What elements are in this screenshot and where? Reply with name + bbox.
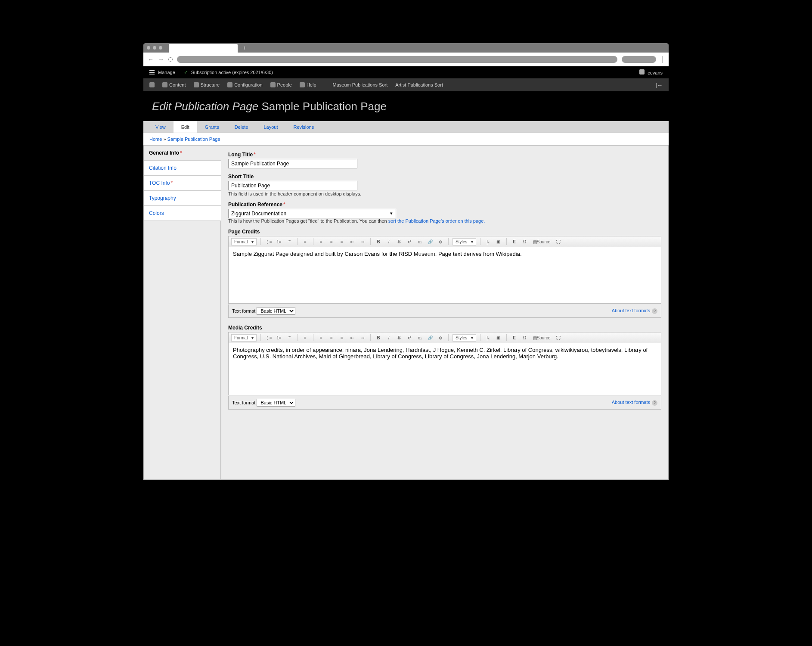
align-justify-icon[interactable]: ≡ [301, 238, 309, 245]
reload-button[interactable] [168, 57, 173, 62]
vtab-citation-info[interactable]: Citation Info [144, 161, 221, 176]
long-title-label: Long Title* [228, 152, 661, 158]
breadcrumb-current[interactable]: Sample Publication Page [167, 137, 220, 142]
manage-link[interactable]: Manage [158, 70, 175, 75]
pub-ref-select[interactable]: Ziggurat Documentation [228, 209, 396, 218]
superscript-icon[interactable]: x² [406, 238, 413, 245]
tab-grants[interactable]: Grants [197, 121, 227, 133]
tab-delete[interactable]: Delete [227, 121, 256, 133]
page-title-region: Edit Publication Page Sample Publication… [143, 91, 669, 121]
about-text-formats-link[interactable]: About text formats? [612, 308, 657, 314]
tab-layout[interactable]: Layout [256, 121, 285, 133]
vtab-general-info[interactable]: General Info* [144, 146, 221, 161]
source-button[interactable]: ▤ Source [531, 238, 552, 245]
museum-sort-link[interactable]: Museum Publications Sort [333, 82, 388, 87]
content-link[interactable]: Content [162, 82, 186, 87]
remove-format-icon[interactable]: Iₓ [484, 334, 492, 342]
indent-icon[interactable]: ⇥ [359, 334, 366, 342]
vtab-toc-info[interactable]: TOC Info* [144, 176, 221, 191]
hr-icon[interactable]: E [511, 334, 518, 342]
tab-view[interactable]: View [148, 121, 174, 133]
numbered-list-icon[interactable]: 1≡ [275, 238, 283, 245]
new-tab-button[interactable]: + [243, 44, 246, 51]
remove-format-icon[interactable]: Iₓ [484, 238, 492, 245]
unlink-icon[interactable]: ⊘ [437, 238, 444, 245]
outdent-icon[interactable]: ⇤ [348, 238, 356, 245]
breadcrumb-home[interactable]: Home [149, 137, 162, 142]
blockquote-icon[interactable]: ❞ [285, 238, 293, 245]
align-right-icon[interactable]: ≡ [338, 334, 346, 342]
page-title: Edit Publication Page Sample Publication… [152, 100, 660, 113]
long-title-input[interactable] [228, 159, 357, 168]
people-link[interactable]: People [270, 82, 292, 87]
italic-icon[interactable]: I [385, 238, 393, 245]
home-icon[interactable] [149, 82, 155, 87]
maximize-icon[interactable]: ⛶ [555, 238, 562, 245]
browser-chrome: + ← → [143, 43, 669, 66]
subscript-icon[interactable]: x₂ [416, 238, 424, 245]
italic-icon[interactable]: I [385, 334, 393, 342]
unlink-icon[interactable]: ⊘ [437, 334, 444, 342]
align-center-icon[interactable]: ≡ [328, 238, 335, 245]
numbered-list-icon[interactable]: 1≡ [275, 334, 283, 342]
collapse-icon[interactable]: |← [656, 82, 663, 88]
structure-link[interactable]: Structure [194, 82, 220, 87]
styles-dropdown[interactable]: Styles ▾ [452, 238, 476, 245]
short-title-help: This field is used in the header compone… [228, 191, 661, 196]
bulleted-list-icon[interactable]: ⋮≡ [265, 334, 273, 342]
link-icon[interactable]: 🔗 [426, 334, 434, 342]
tab-edit[interactable]: Edit [174, 121, 197, 133]
tab-revisions[interactable]: Revisions [285, 121, 322, 133]
image-icon[interactable]: ▣ [495, 334, 502, 342]
format-dropdown[interactable]: Format ▾ [231, 334, 257, 342]
configuration-link[interactable]: Configuration [227, 82, 262, 87]
bold-icon[interactable]: B [375, 334, 382, 342]
artist-sort-link[interactable]: Artist Publications Sort [395, 82, 443, 87]
omega-icon[interactable]: Ω [521, 238, 529, 245]
editor-toolbar-2: Format ▾ ⋮≡ 1≡ ❞ ≡ ≡ ≡ ≡ ⇤ ⇥ B I S [229, 332, 661, 343]
align-left-icon[interactable]: ≡ [317, 334, 325, 342]
align-center-icon[interactable]: ≡ [328, 334, 335, 342]
outdent-icon[interactable]: ⇤ [348, 334, 356, 342]
styles-dropdown[interactable]: Styles ▾ [452, 334, 476, 342]
source-button[interactable]: ▤ Source [531, 334, 552, 342]
vtab-typography[interactable]: Typography [144, 191, 221, 206]
browser-tab[interactable] [169, 44, 238, 53]
bulleted-list-icon[interactable]: ⋮≡ [265, 238, 273, 245]
superscript-icon[interactable]: x² [406, 334, 413, 342]
align-left-icon[interactable]: ≡ [317, 238, 325, 245]
hr-icon[interactable]: E [511, 238, 518, 245]
text-format-select[interactable]: Basic HTML [257, 307, 295, 315]
indent-icon[interactable]: ⇥ [359, 238, 366, 245]
help-link[interactable]: Help [300, 82, 316, 87]
back-button[interactable]: ← [148, 56, 154, 63]
bold-icon[interactable]: B [375, 238, 382, 245]
text-format-label: Text format [232, 400, 255, 405]
text-format-select[interactable]: Basic HTML [257, 399, 295, 407]
format-dropdown[interactable]: Format ▾ [231, 238, 257, 245]
help-icon: ? [652, 308, 657, 314]
image-icon[interactable]: ▣ [495, 238, 502, 245]
maximize-icon[interactable]: ⛶ [555, 334, 562, 342]
page-credits-body[interactable]: Sample Ziggurat Page designed and built … [229, 247, 661, 303]
forward-button[interactable]: → [158, 56, 164, 63]
media-credits-body[interactable]: Photography credits, in order of appeara… [229, 343, 661, 395]
blockquote-icon[interactable]: ❞ [285, 334, 293, 342]
about-text-formats-link[interactable]: About text formats? [612, 400, 657, 406]
subscript-icon[interactable]: x₂ [416, 334, 424, 342]
align-right-icon[interactable]: ≡ [338, 238, 346, 245]
strike-icon[interactable]: S [395, 238, 403, 245]
strike-icon[interactable]: S [395, 334, 403, 342]
text-format-label: Text format [232, 308, 255, 314]
omega-icon[interactable]: Ω [521, 334, 529, 342]
short-title-input[interactable] [228, 181, 357, 190]
align-justify-icon[interactable]: ≡ [301, 334, 309, 342]
browser-action[interactable] [622, 56, 656, 63]
form-panel: Long Title* Short Title This field is us… [221, 145, 669, 480]
vtab-colors[interactable]: Colors [144, 206, 221, 221]
user-name-link[interactable]: cevans [648, 70, 663, 75]
link-icon[interactable]: 🔗 [426, 238, 434, 245]
url-bar[interactable] [177, 56, 617, 63]
menu-icon[interactable] [149, 70, 155, 75]
sort-link[interactable]: sort the Publication Page's order on thi… [388, 218, 485, 224]
